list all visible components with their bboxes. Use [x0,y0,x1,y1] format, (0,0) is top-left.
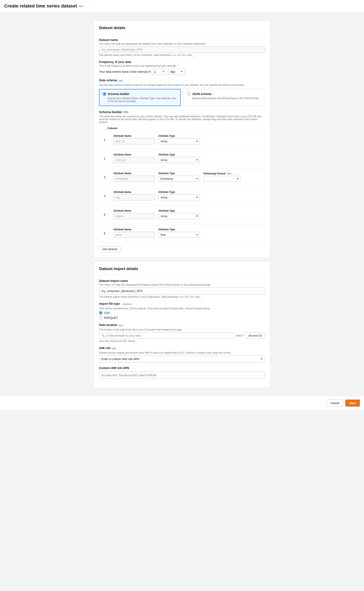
attr-name-label-6: Attribute Name [113,228,155,231]
table-row: 1 Attribute Name Attribute Type stringin… [99,131,265,148]
data-schema-info-link[interactable]: Info [118,79,123,82]
data-location-info-link[interactable]: Info [119,324,123,327]
table-row: 2 Attribute Name Attribute Type stringin… [99,150,265,167]
data-location-group: Data location Info The location is the p… [99,323,265,343]
attr-type-select-2[interactable]: stringintegerfloattimestamp [158,157,200,163]
schema-builder-option[interactable]: Schema builder Specify your Attribute Na… [99,89,181,106]
frequency-label: Frequency of your data [99,60,265,64]
iam-role-info-link[interactable]: Info [112,347,116,350]
schema-builder-info-link[interactable]: Info [124,110,129,113]
csv-label: CSV [104,311,110,315]
attr-type-select-3[interactable]: timestampstringintegerfloat [158,176,200,182]
json-schema-option-label: JSON schema [192,92,212,96]
row-number-4: 4 [99,188,110,204]
schema-builder-option-label: Schema builder [108,92,130,96]
custom-iam-input[interactable] [99,372,265,379]
dataset-import-section: Dataset import details Dataset import na… [94,262,270,388]
attr-name-input-5[interactable] [113,213,155,219]
schema-builder-section: Schema builder Info The attributes below… [99,110,265,252]
dataset-import-title: Dataset import details [99,267,265,271]
frequency-desc: This is the frequency at which entries a… [99,65,265,67]
view-link-label: View [236,334,241,337]
csv-radio[interactable] [99,311,102,315]
dataset-name-note: The dataset name must have 1 to 63 chara… [99,54,265,57]
attr-name-input-4[interactable] [113,194,155,200]
parquet-label: PARQUET [104,316,118,320]
import-file-type-optional: - optional [121,303,131,306]
page-title: Create related time series dataset [4,3,77,9]
frequency-interval-select[interactable]: 123 [152,69,166,75]
browse-s3-button[interactable]: Browse S3 [246,332,265,339]
dataset-name-desc: The name can help you distinguish this d… [99,42,265,45]
iam-role-select-wrap: Enter a custom IAM role ARN Create a new… [99,355,265,362]
schema-builder-section-label: Schema builder [99,110,122,114]
frequency-prefix: Your data entries have a time interval o… [99,70,150,73]
attr-name-input-2[interactable] [113,157,155,163]
schema-builder-radio[interactable] [103,92,106,96]
attr-name-label-5: Attribute Name [113,209,155,212]
data-location-desc: The location is the path to the file in … [99,328,265,331]
data-schema-label: Data schema [99,79,117,82]
import-name-input[interactable] [99,288,265,295]
csv-radio-item[interactable]: CSV [99,311,265,315]
footer-actions: Cancel Start [0,396,364,410]
external-link-icon: ↗ [242,334,244,337]
parquet-radio-item[interactable]: PARQUET [99,316,265,320]
start-button[interactable]: Start [345,400,360,407]
dataset-name-group: Dataset name The name can help you disti… [99,38,265,57]
timestamp-format-info-link[interactable]: Info [227,172,231,175]
add-attribute-button[interactable]: Add attribute [99,246,121,252]
row-number-5: 5 [99,206,110,223]
attr-name-label-4: Attribute Name [113,191,155,194]
frequency-unit-select[interactable]: dayhourweekmonth [168,69,184,75]
attr-type-label-4: Attribute Type [158,191,200,194]
attr-type-label-6: Attribute Type [158,228,200,231]
row-number-3: 3 [99,169,110,186]
table-row: 5 Attribute Name Attribute Type stringin… [99,206,265,223]
attr-type-select-4[interactable]: stringintegerfloattimestamp [158,194,200,200]
data-location-input[interactable] [106,333,232,339]
json-schema-option-desc: Specify AttributeName and AttributeType … [187,97,261,100]
dataset-details-section: Dataset details Dataset name The name ca… [94,20,270,257]
cancel-button[interactable]: Cancel [326,400,344,407]
import-name-desc: The name can help you distinguish this d… [99,283,265,286]
search-icon: 🔍 [101,334,105,337]
schema-options: Schema builder Specify your Attribute Na… [99,89,265,106]
attr-name-input-3[interactable] [113,176,155,182]
data-location-input-wrap: 🔍 [99,332,234,339]
attr-type-label-2: Attribute Type [158,153,200,156]
frequency-group: Frequency of your data This is the frequ… [99,60,265,75]
iam-role-label: IAM role [99,346,110,350]
attr-type-label-5: Attribute Type [158,209,200,212]
table-row: 6 Attribute Name Attribute Type floatstr… [99,225,265,242]
view-link[interactable]: View ↗ [236,334,244,337]
attr-name-input-6[interactable] [113,232,155,238]
import-name-group: Dataset import name The name can help yo… [99,279,265,298]
row-number-2: 2 [99,150,110,167]
table-row: 4 Attribute Name Attribute Type stringin… [99,188,265,204]
attr-type-select-5[interactable]: stringintegerfloattimestamp [158,213,200,219]
column-label: Column [99,127,265,130]
data-schema-desc: Use the data schema section to specify t… [99,84,265,86]
page-info-link[interactable]: Info [79,5,83,8]
attr-name-label-1: Attribute Name [113,134,155,138]
dataset-name-input[interactable] [99,46,265,53]
attr-name-input-1[interactable] [113,138,155,144]
data-schema-group: Data schema Info Use the data schema sec… [99,79,265,106]
attr-type-select-1[interactable]: stringintegerfloattimestamp [158,138,200,144]
custom-iam-label: Custom IAM role ARN [99,366,265,370]
iam-role-select[interactable]: Enter a custom IAM role ARN Create a new… [99,355,265,362]
data-location-label: Data location [99,323,117,327]
files-note: Your files must be in CSV format. [99,340,265,343]
iam-role-desc: Dataset groups require permissions from … [99,351,265,354]
import-file-type-radio-group: CSV PARQUET [99,311,265,320]
json-schema-radio[interactable] [187,92,190,96]
parquet-radio[interactable] [99,316,102,320]
attr-type-select-6[interactable]: floatstringintegertimestamp [158,232,200,238]
attr-timestamp-format-select[interactable] [203,176,240,182]
table-row: 3 Attribute Name Attribute Type timestam… [99,169,265,186]
iam-role-group: IAM role Info Dataset groups require per… [99,346,265,362]
attr-type-label-1: Attribute Type [158,134,200,138]
json-schema-option[interactable]: JSON schema Specify AttributeName and At… [183,89,265,106]
attr-name-label-2: Attribute Name [113,153,155,156]
